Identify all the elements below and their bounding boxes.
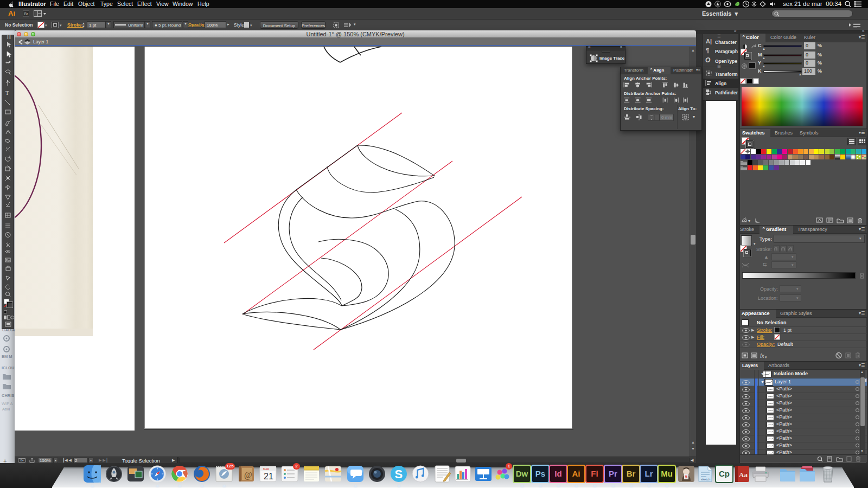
svg-text:sketch: sketch [701,478,710,481]
svg-text:5: 5 [685,474,688,479]
svg-text:T: T [5,89,9,96]
svg-text:▾: ▾ [765,355,767,359]
svg-text:MAR: MAR [263,467,270,471]
svg-text:@: @ [244,470,252,480]
svg-text:Aa: Aa [739,471,748,479]
svg-text:fx: fx [760,353,765,359]
svg-text:21: 21 [264,472,273,481]
svg-text:S: S [395,467,403,481]
svg-text:▾: ▾ [748,219,750,223]
